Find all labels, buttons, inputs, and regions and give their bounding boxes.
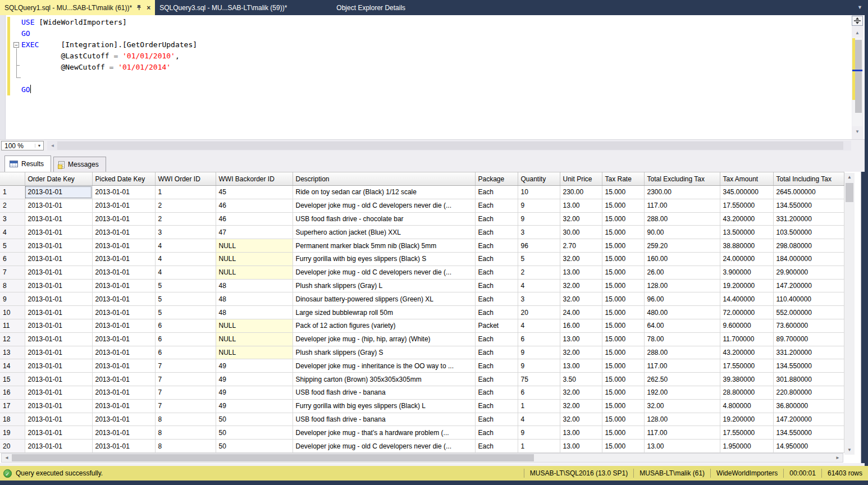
code-line[interactable]: GO: [0, 84, 842, 95]
grid-cell[interactable]: 89.700000: [773, 332, 844, 346]
grid-cell[interactable]: 288.00: [644, 346, 720, 359]
grid-cell[interactable]: 2013-01-01: [25, 292, 92, 306]
grid-cell[interactable]: 192.00: [644, 386, 720, 399]
grid-cell[interactable]: 117.00: [644, 359, 720, 373]
grid-cell[interactable]: 2013-01-01: [25, 399, 92, 413]
column-header-wwi-order-id[interactable]: WWI Order ID: [155, 172, 216, 186]
grid-cell[interactable]: 64.00: [644, 319, 720, 332]
row-number[interactable]: 19: [0, 426, 25, 440]
grid-cell[interactable]: NULL: [216, 332, 293, 346]
grid-cell[interactable]: 2013-01-01: [25, 252, 92, 266]
grid-cell[interactable]: 134.550000: [773, 426, 844, 440]
grid-corner-cell[interactable]: [0, 172, 25, 186]
grid-cell[interactable]: 15.000: [602, 413, 644, 426]
grid-cell[interactable]: 14.950000: [773, 440, 844, 453]
grid-cell[interactable]: 2: [155, 199, 216, 212]
grid-cell[interactable]: 47: [216, 226, 293, 239]
row-number[interactable]: 15: [0, 373, 25, 386]
grid-cell[interactable]: 7: [155, 373, 216, 386]
grid-cell[interactable]: Each: [475, 332, 518, 346]
grid-cell[interactable]: 13.00: [644, 440, 720, 453]
grid-cell[interactable]: Each: [475, 252, 518, 266]
chevron-down-icon[interactable]: ▼: [35, 144, 43, 148]
column-header-wwi-backorder-id[interactable]: WWI Backorder ID: [216, 172, 293, 186]
grid-cell[interactable]: 39.380000: [720, 373, 773, 386]
grid-cell[interactable]: 50: [216, 426, 293, 440]
column-header-description[interactable]: Description: [293, 172, 475, 186]
grid-cell[interactable]: Large sized bubblewrap roll 50m: [293, 306, 475, 319]
grid-cell[interactable]: Plush shark slippers (Gray) L: [293, 279, 475, 292]
scroll-track[interactable]: [852, 38, 862, 126]
grid-cell[interactable]: 2013-01-01: [92, 413, 155, 426]
grid-cell[interactable]: 9: [518, 346, 560, 359]
grid-cell[interactable]: Plush shark slippers (Gray) S: [293, 346, 475, 359]
row-number[interactable]: 16: [0, 386, 25, 399]
row-number[interactable]: 7: [0, 266, 25, 279]
grid-cell[interactable]: 4: [518, 279, 560, 292]
grid-cell[interactable]: 32.00: [560, 279, 602, 292]
grid-cell[interactable]: 28.800000: [720, 386, 773, 399]
grid-cell[interactable]: 49: [216, 386, 293, 399]
grid-cell[interactable]: 45: [216, 186, 293, 199]
grid-cell[interactable]: Each: [475, 413, 518, 426]
grid-cell[interactable]: 1: [155, 186, 216, 199]
grid-cell[interactable]: Each: [475, 186, 518, 199]
grid-cell[interactable]: 6: [518, 386, 560, 399]
scroll-down-icon[interactable]: ▼: [852, 127, 863, 136]
grid-cell[interactable]: 7: [155, 386, 216, 399]
editor-horizontal-scrollbar[interactable]: ◄: [47, 141, 851, 150]
grid-cell[interactable]: 262.50: [644, 373, 720, 386]
row-number[interactable]: 8: [0, 279, 25, 292]
grid-cell[interactable]: 13.00: [560, 359, 602, 373]
grid-cell[interactable]: 50: [216, 413, 293, 426]
row-number[interactable]: 3: [0, 212, 25, 226]
grid-cell[interactable]: 147.200000: [773, 413, 844, 426]
grid-cell[interactable]: 4.800000: [720, 399, 773, 413]
grid-cell[interactable]: Dinosaur battery-powered slippers (Green…: [293, 292, 475, 306]
grid-cell[interactable]: 48: [216, 279, 293, 292]
scroll-thumb[interactable]: [12, 454, 534, 461]
grid-cell[interactable]: 8: [155, 440, 216, 453]
tab-results[interactable]: Results: [4, 155, 51, 172]
grid-cell[interactable]: 15.000: [602, 386, 644, 399]
grid-cell[interactable]: 2013-01-01: [92, 346, 155, 359]
grid-cell[interactable]: 15.000: [602, 346, 644, 359]
grid-cell[interactable]: 128.00: [644, 413, 720, 426]
grid-cell[interactable]: 147.200000: [773, 279, 844, 292]
grid-cell[interactable]: 49: [216, 373, 293, 386]
grid-cell[interactable]: NULL: [216, 252, 293, 266]
grid-cell[interactable]: 26.00: [644, 266, 720, 279]
grid-cell[interactable]: Developer joke mug - (hip, hip, array) (…: [293, 332, 475, 346]
grid-cell[interactable]: 2013-01-01: [92, 186, 155, 199]
code-line[interactable]: EXEC [Integration].[GetOrderUpdates]: [0, 39, 842, 51]
grid-cell[interactable]: Each: [475, 292, 518, 306]
row-number[interactable]: 4: [0, 226, 25, 239]
grid-cell[interactable]: 32.00: [644, 399, 720, 413]
grid-cell[interactable]: USB food flash drive - chocolate bar: [293, 212, 475, 226]
scroll-up-icon[interactable]: ▲: [852, 29, 863, 37]
grid-cell[interactable]: 4: [155, 239, 216, 253]
grid-cell[interactable]: 46: [216, 212, 293, 226]
grid-cell[interactable]: 6: [155, 332, 216, 346]
grid-cell[interactable]: 7: [155, 359, 216, 373]
grid-cell[interactable]: Developer joke mug - old C developers ne…: [293, 199, 475, 212]
grid-cell[interactable]: 38.880000: [720, 239, 773, 253]
grid-cell[interactable]: 2013-01-01: [92, 319, 155, 332]
grid-cell[interactable]: 96: [518, 239, 560, 253]
grid-cell[interactable]: 43.200000: [720, 346, 773, 359]
column-header-package[interactable]: Package: [475, 172, 518, 186]
grid-cell[interactable]: 29.900000: [773, 266, 844, 279]
scroll-thumb[interactable]: [855, 40, 862, 113]
grid-cell[interactable]: 78.00: [644, 332, 720, 346]
grid-cell[interactable]: 4: [155, 266, 216, 279]
grid-cell[interactable]: 14.400000: [720, 292, 773, 306]
grid-cell[interactable]: Developer joke mug - old C developers ne…: [293, 440, 475, 453]
grid-cell[interactable]: 2013-01-01: [25, 199, 92, 212]
grid-cell[interactable]: 1: [518, 399, 560, 413]
grid-cell[interactable]: Furry gorilla with big eyes slippers (Bl…: [293, 252, 475, 266]
grid-cell[interactable]: 2013-01-01: [92, 199, 155, 212]
grid-cell[interactable]: 72.000000: [720, 306, 773, 319]
grid-cell[interactable]: Packet: [475, 319, 518, 332]
grid-cell[interactable]: 7: [155, 399, 216, 413]
code-line[interactable]: @NewCutoff = '01/01/2014': [0, 62, 842, 73]
